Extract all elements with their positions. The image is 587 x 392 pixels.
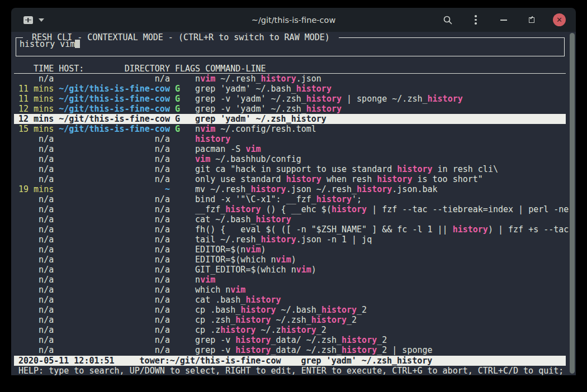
history-row[interactable]: n/a n/a nvim bbox=[14, 275, 566, 285]
history-row[interactable]: 15 mins ~/git/this-is-fine-cow G nvim ~/… bbox=[14, 124, 566, 134]
minimize-icon bbox=[500, 20, 507, 21]
status-datetime: 2020-05-11 12:01:51 bbox=[18, 356, 115, 366]
history-row[interactable]: n/a n/a cp .zsh_history ~/.zsh_history_2 bbox=[14, 315, 566, 325]
history-row[interactable]: n/a n/a git ca "hack in support to use s… bbox=[14, 164, 566, 174]
close-icon: ✕ bbox=[556, 16, 562, 23]
resh-search-box: RESH CLI - CONTEXTUAL MODE - (CTRL+R to … bbox=[16, 37, 565, 56]
kebab-menu-icon bbox=[475, 15, 477, 25]
history-row[interactable]: n/a n/a EDITOR=$(which nvim) bbox=[14, 255, 566, 265]
history-row[interactable]: n/a n/a vim ~/.bashhub/config bbox=[14, 154, 566, 164]
history-row[interactable]: n/a n/a __fzf_history () { __ehc $(histo… bbox=[14, 204, 566, 214]
history-row[interactable]: n/a n/a cp .bash_history ~/.bash_history… bbox=[14, 305, 566, 315]
scrollbar[interactable] bbox=[570, 33, 575, 374]
text-cursor bbox=[75, 40, 80, 48]
history-row[interactable]: n/a n/a fh() { eval $( ([ -n "$ZSH_NAME"… bbox=[14, 224, 566, 235]
history-row[interactable]: 12 mins ~/git/this-is-fine-cow G grep 'y… bbox=[14, 114, 566, 124]
terminal-screen[interactable]: RESH CLI - CONTEXTUAL MODE - (CTRL+R to … bbox=[11, 32, 576, 375]
history-row[interactable]: n/a n/a grep -v history_data/ ~/.zsh_his… bbox=[14, 335, 566, 345]
history-row[interactable]: 11 mins ~/git/this-is-fine-cow G grep -v… bbox=[14, 94, 566, 104]
search-input[interactable]: history vim bbox=[20, 39, 80, 49]
history-row[interactable]: n/a n/a cat .bash_history bbox=[14, 295, 566, 305]
table-header: TIME HOST: DIRECTORY FLAGS COMMAND-LINE bbox=[14, 64, 566, 74]
history-row[interactable]: n/a n/a EDITOR=$(nvim) bbox=[14, 245, 566, 255]
search-button[interactable] bbox=[441, 13, 455, 27]
new-tab-button[interactable] bbox=[23, 16, 33, 24]
status-location: tower:~/git/this-is-fine-cow bbox=[140, 356, 281, 366]
history-row[interactable]: n/a n/a pacman -S vim bbox=[14, 144, 566, 154]
history-row[interactable]: n/a n/a cat ~/.bash_history bbox=[14, 214, 566, 224]
status-bar: 2020-05-11 12:01:51 tower:~/git/this-is-… bbox=[14, 356, 566, 366]
chevron-down-icon[interactable] bbox=[39, 18, 44, 22]
help-line: HELP: type to search, UP/DOWN to select,… bbox=[14, 366, 573, 375]
restore-icon bbox=[529, 17, 534, 23]
history-row[interactable]: 11 mins ~/git/this-is-fine-cow G grep 'y… bbox=[14, 84, 566, 94]
restore-button[interactable] bbox=[525, 13, 538, 27]
history-row[interactable]: n/a n/a grep -v history_data/ ~/.zsh_his… bbox=[14, 345, 566, 355]
history-table: TIME HOST: DIRECTORY FLAGS COMMAND-LINE … bbox=[14, 64, 566, 355]
history-row[interactable]: n/a n/a GIT_EDITOR=$(which nvim) bbox=[14, 265, 566, 275]
history-row[interactable]: n/a n/a which nvim bbox=[14, 285, 566, 295]
history-row[interactable]: n/a n/a only use standard history when r… bbox=[14, 174, 566, 184]
history-row[interactable]: 19 mins ~ mv ~/.resh_history.json ~/.res… bbox=[14, 184, 566, 194]
history-row[interactable]: n/a n/a history bbox=[14, 134, 566, 144]
new-tab-icon bbox=[23, 16, 33, 24]
history-row[interactable]: n/a n/a cp .zhistory ~/.zhistory_2 bbox=[14, 325, 566, 335]
history-row[interactable]: n/a n/a nvim ~/.resh_history.json bbox=[14, 74, 566, 84]
search-icon bbox=[443, 15, 453, 25]
history-row[interactable]: n/a n/a tail ~/.resh_history.json -n 1 |… bbox=[14, 235, 566, 245]
history-table-body: n/a n/a nvim ~/.resh_history.json11 mins… bbox=[14, 74, 566, 355]
history-row[interactable]: n/a n/a bind -x '"\C-x1": __fzf_history'… bbox=[14, 194, 566, 204]
history-row[interactable]: 12 mins ~/git/this-is-fine-cow G grep -v… bbox=[14, 104, 566, 114]
terminal-window: ~/git/this-is-fine-cow ✕ bbox=[11, 8, 576, 375]
minimize-button[interactable] bbox=[497, 13, 510, 27]
titlebar: ~/git/this-is-fine-cow ✕ bbox=[11, 8, 576, 32]
close-button[interactable]: ✕ bbox=[553, 13, 566, 26]
status-command: grep 'yadm' ~/.zsh_history bbox=[301, 356, 432, 366]
menu-button[interactable] bbox=[469, 13, 482, 27]
